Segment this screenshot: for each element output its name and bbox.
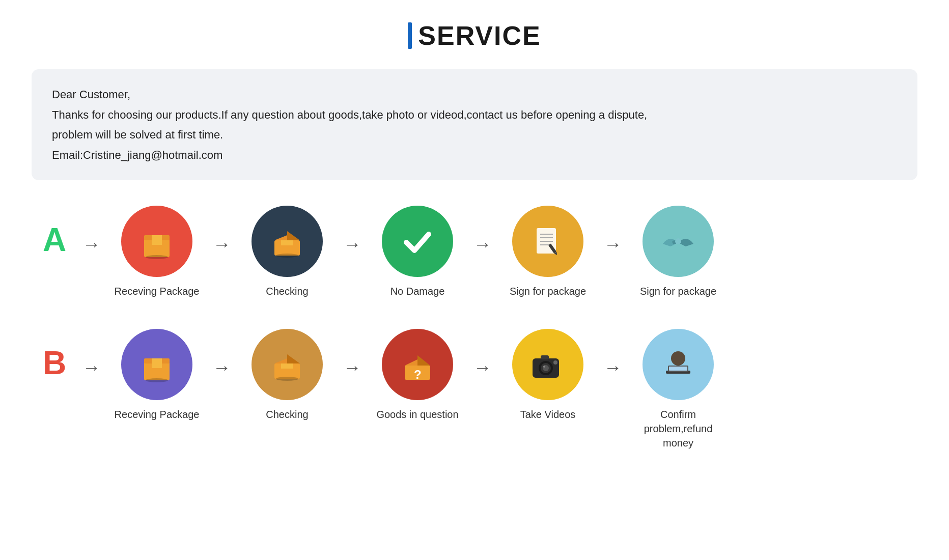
svg-point-36: [543, 366, 545, 368]
arrow-b2: →: [343, 357, 361, 378]
arrow-b1: →: [213, 357, 231, 378]
icon-sign-b: [643, 206, 714, 277]
step-label-sign-b: Sign for package: [640, 284, 716, 298]
arrow-b0: →: [82, 357, 101, 378]
arrow-b4: →: [604, 357, 622, 378]
step-label-refund: Confirm problem,refund money: [627, 407, 729, 450]
svg-rect-3: [152, 239, 162, 245]
icon-recv-a: [121, 206, 192, 277]
flow-label-b: B: [32, 344, 77, 382]
svg-rect-42: [669, 367, 687, 371]
icon-check-b: [252, 329, 323, 400]
arrow-a1: →: [213, 234, 231, 255]
step-take-vid: Take Videos: [497, 329, 599, 422]
icon-recv-b: [121, 329, 192, 400]
icon-goods-q: ?: [382, 329, 453, 400]
step-check-b: Checking: [236, 329, 338, 422]
page-title-container: SERVICE: [408, 20, 541, 51]
arrow-a0: →: [82, 234, 101, 255]
step-label-recv-b: Receving Package: [115, 407, 200, 422]
svg-marker-30: [417, 355, 430, 366]
step-label-check-b: Checking: [266, 407, 308, 422]
flow-label-a: A: [32, 221, 77, 259]
step-label-sign-a: Sign for package: [510, 284, 586, 298]
svg-point-27: [276, 377, 298, 381]
notice-line3: problem will be solved at first time.: [52, 125, 897, 145]
svg-rect-37: [541, 355, 549, 359]
svg-marker-24: [274, 358, 287, 363]
arrow-b3: →: [473, 357, 492, 378]
svg-point-17: [675, 238, 681, 244]
svg-rect-21: [152, 362, 162, 368]
notice-line2: Thanks for choosing our products.If any …: [52, 105, 897, 125]
step-label-recv-a: Receving Package: [115, 284, 200, 298]
step-no-damage: No Damage: [367, 206, 468, 298]
svg-text:?: ?: [414, 368, 422, 381]
svg-point-38: [553, 360, 557, 365]
notice-line1: Dear Customer,: [52, 85, 897, 105]
notice-box: Dear Customer, Thanks for choosing our p…: [32, 69, 917, 180]
step-sign-a: Sign for package: [497, 206, 599, 298]
flow-section: A → Receving Package →: [32, 206, 917, 450]
svg-point-39: [671, 351, 685, 366]
arrow-a4: →: [604, 234, 622, 255]
step-sign-b: Sign for package: [627, 206, 729, 298]
arrow-a2: →: [343, 234, 361, 255]
step-recv-b: Receving Package: [106, 329, 208, 422]
svg-point-22: [146, 378, 168, 382]
page-title: SERVICE: [418, 20, 541, 51]
icon-take-vid: [512, 329, 583, 400]
step-goods-q: ? Goods in question: [367, 329, 468, 422]
notice-line4: Email:Cristine_jiang@hotmail.com: [52, 145, 897, 165]
icon-refund: [643, 329, 714, 400]
flow-row-a: A → Receving Package →: [32, 206, 917, 298]
svg-rect-8: [281, 240, 293, 245]
step-check-a: Checking: [236, 206, 338, 298]
title-accent-bar: [408, 22, 412, 49]
step-label-take-vid: Take Videos: [520, 407, 576, 422]
svg-point-4: [146, 255, 168, 259]
svg-marker-25: [287, 354, 300, 363]
arrow-a3: →: [473, 234, 492, 255]
step-recv-a: Receving Package: [106, 206, 208, 298]
icon-no-damage: [382, 206, 453, 277]
svg-marker-29: [405, 359, 417, 366]
step-label-goods-q: Goods in question: [376, 407, 458, 422]
icon-sign-a: [512, 206, 583, 277]
flow-row-b: B → Receving Package →: [32, 329, 917, 450]
step-label-check-a: Checking: [266, 284, 308, 298]
step-label-no-damage: No Damage: [390, 284, 445, 298]
svg-marker-7: [287, 231, 300, 240]
svg-marker-6: [274, 235, 287, 240]
svg-rect-26: [281, 363, 293, 369]
icon-check-a: [252, 206, 323, 277]
step-refund: Confirm problem,refund money: [627, 329, 729, 450]
svg-point-9: [276, 254, 298, 258]
